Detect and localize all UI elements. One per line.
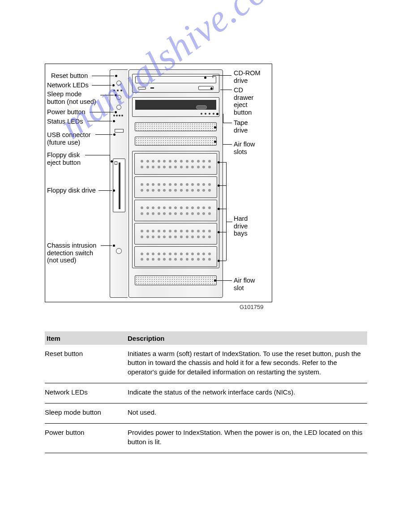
label-power: Power button [47,108,85,116]
leader-line [223,123,232,123]
hdd-bay [134,200,217,221]
status-led [116,115,118,116]
leader-line [219,232,226,232]
tape-eject [196,105,207,109]
airflow-slot [135,137,217,146]
table-row: Power button Provides power to IndexStat… [45,424,367,453]
chassis-intrusion-switch [116,248,122,254]
leader-line [87,121,112,121]
label-hdd: Hard drive bays [234,215,248,237]
leader-dot [111,160,113,163]
leader-dot [113,189,115,192]
tape-leds [201,113,214,115]
leader-line [92,76,114,76]
hard-drive-bays [132,151,219,268]
col-header-desc: Description [128,335,367,342]
leader-dot [214,141,216,143]
hdd-bay [134,176,217,198]
label-reset: Reset button [51,72,88,80]
leader-line [213,75,231,76]
cell-item: Power button [45,428,128,446]
hdd-bay [134,223,217,245]
table-row: Network LEDs Indicate the status of the … [45,383,367,403]
leader-line [220,90,232,90]
status-led [119,115,120,116]
leader-line [98,190,112,191]
leader-dot [214,279,216,282]
network-led [113,90,115,91]
label-usb: USB connector (future use) [47,131,91,146]
cell-desc: Initiates a warm (soft) restart of Index… [128,349,367,377]
label-cdrom: CD-ROM drive [234,69,261,84]
leader-line [110,155,110,161]
usb-connector [115,129,124,133]
tape-drive [132,97,219,117]
label-intrusion: Chassis intrusion detection switch (not … [47,242,96,264]
leader-line [216,280,232,281]
label-network-leds: Network LEDs [47,82,89,89]
col-header-item: Item [45,335,128,342]
cd-controls [138,87,146,90]
cd-controls [150,87,154,89]
network-led [117,90,119,91]
leader-dot [218,260,220,262]
table-row: Sleep mode button Not used. [45,403,367,424]
sleep-button [116,95,121,100]
cell-item: Reset button [45,349,128,377]
items-table: Item Description Reset button Initiates … [45,331,367,453]
label-status-leds: Status LEDs [47,118,83,125]
leader-dot [214,126,216,129]
leader-dot [210,87,213,90]
leader-dot [113,245,115,247]
leader-dot [115,94,117,96]
reset-button [116,81,121,86]
leader-line [101,245,112,246]
leader-line [223,127,223,144]
leader-line [226,222,232,222]
table-header: Item Description [45,331,367,345]
leader-line [95,134,112,135]
power-button [116,105,121,110]
leader-dot [115,111,117,113]
table-row: Reset button Initiates a warm (soft) res… [45,345,367,383]
cell-item: Sleep mode button [45,408,128,417]
floppy-slit [119,163,120,209]
server-tower [110,69,224,298]
leader-dot [112,84,115,86]
leader-dot [115,75,117,77]
label-floppy: Floppy disk drive [47,187,96,194]
floppy-drive [113,159,125,212]
leader-line [90,112,114,112]
leader-line [219,162,226,163]
leader-dot [218,208,220,210]
leader-dot [113,120,115,122]
leader-dot [216,113,218,115]
hdd-bay [134,246,217,267]
leader-line [226,162,227,261]
cdrom-drive [132,74,219,93]
leader-line [219,185,226,186]
cell-desc: Provides power to IndexStation. When the… [128,428,367,446]
leader-line [92,85,111,86]
label-cdeject: CD drawer eject button [234,86,253,116]
leader-line [100,95,114,95]
leader-dot [204,77,206,79]
tower-left-panel [110,69,128,298]
leader-dot [218,231,220,233]
leader-line [223,114,223,123]
network-led [120,90,122,91]
leader-dot [218,161,220,163]
leader-line [223,144,232,145]
status-led [113,115,115,116]
label-airflow-slot: Air flow slot [234,277,255,292]
leader-dot [113,133,116,136]
cell-desc: Not used. [128,408,367,417]
cell-item: Network LEDs [45,388,128,397]
label-floppy-eject: Floppy disk eject button [47,151,81,166]
airflow-slot [135,275,217,285]
leader-line [85,155,110,155]
figure-id: G101759 [240,304,264,310]
hdd-bay [134,153,217,175]
cell-desc: Indicate the status of the network inter… [128,388,367,397]
label-sleep: Sleep mode button (not used) [47,90,96,105]
